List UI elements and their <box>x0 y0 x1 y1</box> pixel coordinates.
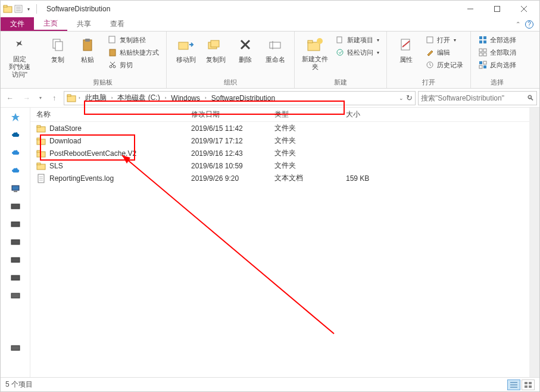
paste-shortcut-button[interactable]: 粘贴快捷方式 <box>105 46 161 58</box>
list-item[interactable]: PostRebootEventCache.V22019/9/16 12:43文件… <box>30 147 539 159</box>
drive-icon[interactable] <box>10 290 21 302</box>
new-item-button[interactable]: 新建项目▾ <box>333 34 382 46</box>
svg-rect-7 <box>494 7 500 12</box>
svg-rect-15 <box>110 49 116 56</box>
app-icon <box>14 4 23 14</box>
chevron-right-icon[interactable]: › <box>204 95 208 101</box>
address-bar[interactable]: › 此电脑 › 本地磁盘 (C:) › Windows › SoftwareDi… <box>64 91 416 105</box>
scrollbar[interactable] <box>529 108 539 378</box>
copy-path-button[interactable]: 复制路径 <box>105 34 161 46</box>
move-to-button[interactable]: 移动到 <box>171 34 200 65</box>
drive-icon[interactable] <box>10 218 21 230</box>
drive-icon[interactable] <box>10 254 21 266</box>
edit-button[interactable]: 编辑 <box>423 46 466 58</box>
breadcrumb-segment[interactable]: 本地磁盘 (C:) <box>115 93 162 103</box>
svg-rect-13 <box>85 39 90 42</box>
invert-selection-button[interactable]: 反向选择 <box>476 59 519 71</box>
breadcrumb-segment[interactable]: Windows <box>168 94 202 102</box>
list-item[interactable]: Download2019/9/17 17:12文件夹 <box>30 134 539 147</box>
select-all-button[interactable]: 全部选择 <box>476 34 519 46</box>
cloud-icon[interactable] <box>10 165 21 177</box>
up-button[interactable]: ↑ <box>47 91 61 105</box>
svg-rect-25 <box>270 42 280 48</box>
search-icon[interactable]: 🔍︎ <box>527 94 534 102</box>
network-icon[interactable] <box>10 342 21 354</box>
forward-button[interactable]: → <box>20 91 34 105</box>
breadcrumb-segment[interactable]: SoftwareDistribution <box>209 94 277 102</box>
qat-dropdown-icon[interactable]: ▾ <box>24 5 33 13</box>
drive-icon[interactable] <box>10 272 21 284</box>
refresh-icon[interactable]: ↻ <box>406 93 413 102</box>
help-icon[interactable]: ? <box>525 20 533 29</box>
folder-icon <box>36 161 46 171</box>
recent-locations-button[interactable]: ▾ <box>36 91 45 105</box>
new-folder-button[interactable]: 新建文件夹 <box>299 34 330 72</box>
column-date[interactable]: 修改日期 <box>191 109 274 120</box>
select-none-button[interactable]: 全部取消 <box>476 46 519 58</box>
chevron-right-icon[interactable]: › <box>110 95 114 101</box>
open-button[interactable]: 打开▾ <box>423 34 466 46</box>
onedrive-icon[interactable] <box>10 129 21 141</box>
history-button[interactable]: 历史记录 <box>423 59 466 71</box>
file-date: 2019/9/26 9:20 <box>191 174 274 183</box>
svg-rect-50 <box>12 186 19 190</box>
svg-rect-43 <box>483 53 486 56</box>
tab-file[interactable]: 文件 <box>1 17 34 31</box>
tab-share[interactable]: 共享 <box>67 17 101 31</box>
onedrive-icon[interactable] <box>10 147 21 159</box>
edit-icon <box>425 48 435 57</box>
new-folder-icon <box>305 35 324 54</box>
maximize-button[interactable] <box>483 1 510 17</box>
status-bar: 5 个项目 <box>1 377 539 391</box>
column-name[interactable]: 名称 <box>36 109 191 120</box>
column-headers[interactable]: 名称 修改日期 类型 大小 <box>30 108 539 122</box>
group-new-label: 新建 <box>299 77 382 88</box>
quick-access-icon[interactable] <box>10 111 21 123</box>
svg-rect-40 <box>479 49 482 52</box>
file-size: 159 KB <box>346 174 405 183</box>
paste-button[interactable]: 粘贴 <box>73 34 102 65</box>
tab-home[interactable]: 主页 <box>34 17 67 31</box>
pin-to-quick-access-button[interactable]: 固定到"快速访问" <box>5 34 34 80</box>
cut-button[interactable]: 剪切 <box>105 59 161 71</box>
open-icon <box>425 35 435 45</box>
list-item[interactable]: DataStore2019/6/15 11:42文件夹 <box>30 122 539 134</box>
column-type[interactable]: 类型 <box>274 109 346 120</box>
column-size[interactable]: 大小 <box>346 109 405 120</box>
list-item[interactable]: ReportingEvents.log2019/9/26 9:20文本文档159… <box>30 172 539 184</box>
file-list[interactable]: 名称 修改日期 类型 大小 DataStore2019/6/15 11:42文件… <box>30 108 539 378</box>
properties-button[interactable]: 属性 <box>392 34 420 65</box>
delete-button[interactable]: 删除 <box>231 34 260 65</box>
breadcrumb-segment[interactable]: 此电脑 <box>83 93 109 103</box>
file-name: DataStore <box>49 124 82 133</box>
tab-view[interactable]: 查看 <box>101 17 134 31</box>
large-icons-view-button[interactable] <box>522 380 535 390</box>
easy-access-button[interactable]: 轻松访问▾ <box>333 46 382 58</box>
rename-button[interactable]: 重命名 <box>261 34 289 65</box>
address-dropdown-icon[interactable]: ⌄ <box>399 95 404 101</box>
list-item[interactable]: SLS2019/6/18 10:59文件夹 <box>30 159 539 172</box>
close-button[interactable] <box>510 1 537 17</box>
back-button[interactable]: ← <box>3 91 17 105</box>
svg-point-33 <box>403 45 404 46</box>
minimize-button[interactable] <box>457 1 483 17</box>
search-box[interactable]: 🔍︎ <box>418 91 537 105</box>
group-select-label: 选择 <box>476 77 519 88</box>
drive-icon[interactable] <box>10 200 21 212</box>
copy-to-button[interactable]: 复制到 <box>201 34 230 65</box>
search-input[interactable] <box>421 94 527 102</box>
chevron-right-icon[interactable]: › <box>77 95 82 101</box>
move-to-icon <box>176 35 195 54</box>
this-pc-icon[interactable] <box>10 183 21 195</box>
select-all-icon <box>478 35 488 45</box>
svg-rect-60 <box>37 126 40 127</box>
details-view-button[interactable] <box>507 380 520 390</box>
navigation-pane[interactable] <box>1 108 30 378</box>
collapse-ribbon-icon[interactable]: ⌃ <box>516 21 520 27</box>
svg-rect-62 <box>37 138 40 140</box>
svg-rect-51 <box>14 191 17 192</box>
svg-point-17 <box>113 65 116 68</box>
chevron-right-icon[interactable]: › <box>164 95 168 101</box>
copy-button[interactable]: 复制 <box>43 34 72 65</box>
drive-icon[interactable] <box>10 236 21 248</box>
